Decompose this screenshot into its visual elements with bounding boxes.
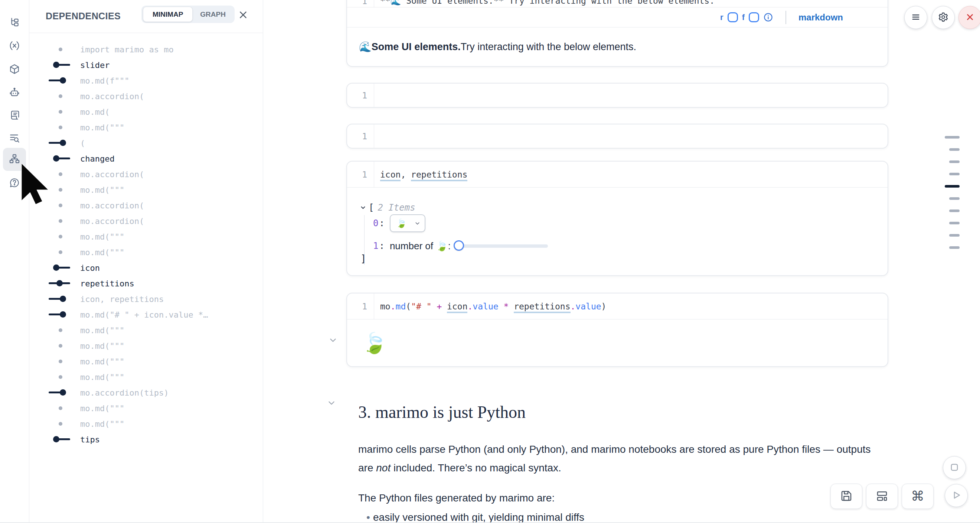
dependency-item[interactable]: import marimo as mo (29, 41, 262, 57)
cell-dot-icon (49, 198, 71, 213)
cell-dot-icon (49, 41, 71, 57)
dependency-item[interactable]: tips (29, 432, 262, 447)
dependency-item[interactable]: mo.accordion(tips) (29, 385, 262, 400)
minimap-cell-dash[interactable] (949, 148, 959, 151)
file-explorer-icon[interactable] (5, 13, 24, 32)
menu-button[interactable] (904, 6, 927, 29)
minimap-cell-dash[interactable] (949, 173, 959, 175)
minimap-cell-dash[interactable] (949, 161, 959, 163)
cell-minimap-rail (945, 136, 959, 249)
dependency-item[interactable]: icon, repetitions (29, 291, 262, 307)
dependency-item[interactable]: mo.md(""" (29, 416, 262, 432)
dependency-item-label: mo.md(""" (80, 326, 124, 335)
minimap-cell-dash[interactable] (945, 136, 959, 139)
wave-emoji: 🌊 (359, 41, 372, 53)
dependency-item[interactable]: mo.accordion( (29, 88, 262, 104)
dependency-item[interactable]: mo.md(""" (29, 229, 262, 244)
minimap-cell-dash[interactable] (949, 246, 959, 249)
minimap-cell-dash[interactable] (949, 209, 959, 212)
run-button[interactable] (945, 484, 968, 507)
dependency-item[interactable]: mo.md( (29, 104, 262, 120)
dependency-item[interactable]: mo.md(""" (29, 400, 262, 416)
dependency-item[interactable]: changed (29, 151, 262, 166)
save-button[interactable] (830, 484, 862, 509)
output-text: Try interacting with the below elements. (461, 41, 636, 53)
tab-minimap[interactable]: MINIMAP (143, 7, 192, 22)
dependency-item[interactable]: repetitions (29, 276, 262, 291)
dependencies-panel-header: DEPENDENCIES MINIMAP GRAPH (29, 0, 263, 33)
cell-language-label[interactable]: markdown (799, 12, 843, 23)
scratchpad-icon[interactable] (5, 105, 24, 125)
dependencies-panel: DEPENDENCIES MINIMAP GRAPH import marimo… (29, 0, 263, 523)
shortcuts-button[interactable]: ⌘ (902, 484, 934, 509)
tab-graph[interactable]: GRAPH (192, 7, 233, 22)
cell-dot-icon (49, 354, 71, 369)
cell-dot-icon (49, 88, 71, 104)
cell-slider-editor[interactable]: 1 repetitions = mo.ui.slider(1, 16, labe… (347, 124, 888, 148)
close-icon (965, 12, 975, 23)
dependency-item[interactable]: mo.accordion( (29, 166, 262, 182)
slider-track[interactable] (454, 244, 548, 248)
stop-icon (949, 462, 960, 474)
cell-ref-marker-icon (49, 135, 71, 151)
dependency-item-label: mo.md(""" (80, 185, 124, 195)
layout-button[interactable] (866, 484, 898, 509)
format-checkbox[interactable] (749, 12, 759, 22)
dependency-item[interactable]: icon (29, 260, 262, 276)
dropdown-widget[interactable]: 🍃 (390, 214, 425, 232)
reactive-checkbox[interactable] (727, 12, 738, 22)
dependency-item[interactable]: mo.md("# " + icon.value *… (29, 307, 262, 322)
dependency-item[interactable]: mo.md(""" (29, 120, 262, 135)
section-collapse-chevron-icon[interactable] (327, 398, 336, 408)
cell-dot-icon (49, 104, 71, 120)
output-collapse-chevron-icon[interactable] (328, 335, 338, 345)
mouse-cursor (21, 163, 50, 207)
cell-md-editor[interactable]: 1 mo.md("# " + icon.value * repetitions.… (347, 293, 888, 319)
dependency-item-label: mo.md(""" (80, 248, 124, 257)
dependency-item-label: mo.md(""" (80, 123, 124, 132)
dependency-item[interactable]: mo.md(""" (29, 369, 262, 385)
minimap-cell-dash[interactable] (949, 197, 959, 200)
cell-dropdown-def: 1 icon = mo.ui.dropdown(["🍃", "🌊", "✨"],… (346, 83, 888, 108)
cell-tuple-editor[interactable]: 1 icon, repetitions (347, 161, 888, 188)
dependency-item[interactable]: mo.accordion( (29, 213, 262, 229)
dependency-item[interactable]: mo.md(""" (29, 354, 262, 369)
minimap-cell-dash[interactable] (949, 234, 959, 237)
cell-dot-icon (49, 213, 71, 229)
slider-widget[interactable] (454, 240, 548, 252)
cell-ref-marker-icon (49, 73, 71, 88)
cell-intro-editor[interactable]: 1 **🌊 Some UI elements.** Try interactin… (347, 0, 888, 7)
dependency-item[interactable]: mo.md(""" (29, 338, 262, 354)
settings-icon (938, 12, 948, 23)
packages-icon[interactable] (5, 59, 24, 79)
cell-dropdown-editor[interactable]: 1 icon = mo.ui.dropdown(["🍃", "🌊", "✨"],… (347, 84, 888, 107)
close-icon[interactable] (238, 10, 248, 20)
view-toggle: MINIMAP GRAPH (142, 6, 235, 23)
minimap-cell-dash[interactable] (945, 185, 959, 188)
minimap-cell-dash[interactable] (949, 222, 959, 224)
line-number: 1 (347, 0, 367, 6)
dependency-item[interactable]: mo.md(""" (29, 322, 262, 338)
snippets-search-icon[interactable] (5, 129, 24, 148)
cell-tuple-output: [ 2 Items 0: 🍃 1: number of 🍃: (347, 188, 888, 276)
line-number-gutter: 1 (347, 124, 374, 148)
dependency-item[interactable]: ( (29, 135, 262, 151)
variables-icon[interactable] (5, 36, 24, 55)
dependency-item[interactable]: slider (29, 57, 262, 73)
dependency-item[interactable]: mo.md(""" (29, 244, 262, 260)
cell-def-marker-icon (49, 151, 71, 166)
dependency-item[interactable]: mo.md(f""" (29, 73, 262, 88)
line-number: 1 (347, 91, 367, 100)
ai-assistant-icon[interactable] (5, 83, 24, 102)
stop-button[interactable] (943, 456, 966, 479)
collapse-chevron-icon[interactable] (360, 204, 366, 211)
settings-button[interactable] (932, 6, 955, 29)
shutdown-button[interactable] (958, 6, 980, 29)
dependency-item[interactable]: mo.md(""" (29, 182, 262, 198)
cell-dot-icon (49, 244, 71, 260)
slider-thumb[interactable] (453, 240, 464, 251)
info-icon[interactable] (763, 12, 773, 22)
cell-tuple: 1 icon, repetitions [ 2 Items 0: 🍃 (346, 161, 888, 276)
dependency-item[interactable]: mo.accordion( (29, 198, 262, 213)
cell-md-output: 🍃 (347, 319, 888, 367)
